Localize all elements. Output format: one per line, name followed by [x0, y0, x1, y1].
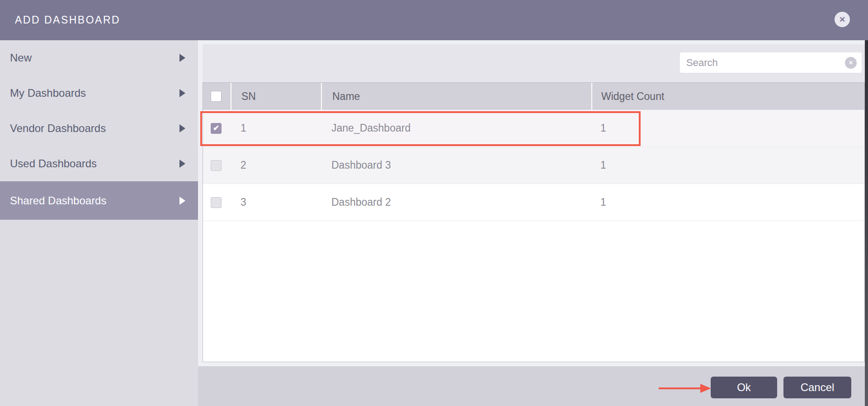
- close-icon: ✕: [839, 16, 845, 24]
- cell-widget-count: 1: [591, 147, 864, 184]
- column-header-sn: SN: [231, 83, 321, 110]
- modal-titlebar: ADD DASHBOARD ✕: [0, 0, 868, 40]
- row-checkbox-cell: [203, 147, 231, 184]
- sidebar-item-label: My Dashboards: [10, 87, 86, 99]
- search-input[interactable]: [680, 52, 845, 73]
- table-header-row: SN Name Widget Count: [203, 83, 864, 110]
- cell-sn: 2: [231, 147, 321, 184]
- sidebar-item-label: Vendor Dashboards: [10, 122, 106, 135]
- cell-sn: 3: [231, 184, 321, 221]
- search-box: ✕: [680, 52, 862, 73]
- clear-x-icon: ✕: [849, 60, 853, 66]
- row-checkbox-unchecked[interactable]: [211, 197, 222, 208]
- sidebar-item-label: New: [10, 52, 32, 64]
- sidebar-item-shared-dashboards[interactable]: Shared Dashboards: [0, 181, 198, 220]
- sidebar-item-label: Shared Dashboards: [10, 194, 106, 207]
- toolbar: ✕: [203, 44, 865, 82]
- annotation-arrow-icon: [659, 383, 711, 394]
- row-checkbox-cell: ✔: [203, 110, 231, 146]
- cell-widget-count: 1: [591, 184, 864, 221]
- main-panel: ✕ SN Name Widget Count ✔ 1 Jan: [198, 40, 865, 406]
- chevron-right-icon: [179, 197, 185, 205]
- close-button[interactable]: ✕: [835, 12, 850, 27]
- table-row[interactable]: ✔ 1 Jane_Dashboard 1: [203, 110, 864, 147]
- dashboards-table: SN Name Widget Count ✔ 1 Jane_Dashboard …: [203, 82, 865, 362]
- cancel-button[interactable]: Cancel: [783, 377, 851, 398]
- row-checkbox-unchecked[interactable]: [211, 160, 222, 171]
- checkmark-icon: ✔: [213, 124, 219, 132]
- modal-footer: Ok Cancel: [198, 366, 865, 406]
- select-all-checkbox[interactable]: [211, 91, 222, 102]
- column-header-name: Name: [321, 83, 591, 110]
- cell-name: Dashboard 2: [321, 184, 591, 221]
- chevron-right-icon: [179, 54, 185, 62]
- row-checkbox-cell: [203, 184, 231, 221]
- chevron-right-icon: [179, 124, 185, 132]
- cell-sn: 1: [231, 110, 321, 146]
- chevron-right-icon: [179, 89, 185, 97]
- cell-name: Jane_Dashboard: [321, 110, 591, 146]
- table-row[interactable]: 2 Dashboard 3 1: [203, 147, 864, 184]
- add-dashboard-modal: ADD DASHBOARD ✕ New My Dashboards Vendor…: [0, 0, 868, 406]
- chevron-right-icon: [179, 160, 185, 168]
- sidebar: New My Dashboards Vendor Dashboards Used…: [0, 40, 198, 406]
- page-background-edge: [865, 40, 868, 406]
- row-checkbox-checked[interactable]: ✔: [211, 123, 222, 134]
- sidebar-item-label: Used Dashboards: [10, 157, 97, 170]
- modal-title: ADD DASHBOARD: [15, 14, 120, 26]
- search-clear-button[interactable]: ✕: [845, 57, 857, 69]
- ok-button[interactable]: Ok: [711, 377, 777, 398]
- cell-widget-count: 1: [591, 110, 864, 146]
- header-checkbox-cell: [203, 83, 231, 110]
- sidebar-item-vendor-dashboards[interactable]: Vendor Dashboards: [0, 111, 198, 146]
- column-header-widget-count: Widget Count: [591, 83, 864, 110]
- sidebar-item-my-dashboards[interactable]: My Dashboards: [0, 76, 198, 111]
- cell-name: Dashboard 3: [321, 147, 591, 184]
- sidebar-item-used-dashboards[interactable]: Used Dashboards: [0, 146, 198, 181]
- sidebar-item-new[interactable]: New: [0, 40, 198, 76]
- table-row[interactable]: 3 Dashboard 2 1: [203, 184, 864, 221]
